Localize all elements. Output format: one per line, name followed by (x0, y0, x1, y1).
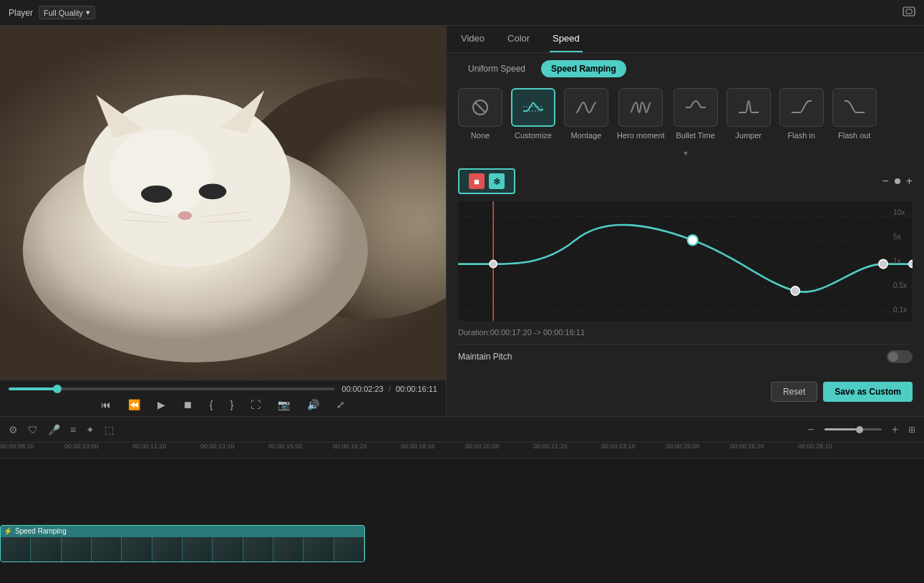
preset-bullet-time-label: Bullet Time (676, 131, 714, 140)
quality-select[interactable]: Full Quality ▾ (39, 6, 95, 19)
preset-customize-icon (511, 88, 555, 127)
track-clip[interactable]: ⚡ Speed Ramping (0, 525, 365, 562)
preset-none-label: None (471, 131, 490, 140)
preset-bullet-time[interactable]: Bullet Time (673, 88, 718, 140)
curve-freeze-button[interactable]: ❄ (489, 173, 505, 189)
layers-icon[interactable]: ≡ (70, 424, 76, 435)
chevron-up-icon: ▾ (684, 148, 688, 158)
progress-bar-container: 00:00:02:23 / 00:00:16:11 (9, 385, 437, 393)
y-label-5x: 5x (893, 233, 907, 241)
y-label-05x: 0.5x (893, 281, 907, 289)
collapse-presets-button[interactable]: ▾ (447, 147, 924, 160)
thumb-12 (334, 537, 364, 562)
ruler-mark-12: 00:00:28:10 (798, 443, 832, 450)
zoom-out-icon[interactable]: − (882, 175, 888, 188)
speed-ramping-tab[interactable]: Speed Ramping (541, 60, 626, 77)
settings-icon[interactable]: ⚙ (9, 424, 18, 435)
frame-icon[interactable]: ⬚ (104, 424, 114, 435)
preset-hero-moment-label: Hero moment (617, 131, 665, 140)
preset-flash-out[interactable]: Flash out (832, 88, 877, 140)
save-custom-button[interactable]: Save as Custom (823, 382, 913, 402)
control-buttons: ⏮ ⏪ ▶ ⏹ { } ⛶ 📷 🔊 ⤢ (9, 398, 437, 412)
maintain-pitch-label: Maintain Pitch (458, 352, 512, 362)
play-button[interactable]: ▶ (155, 398, 168, 412)
timeline-ruler: 00:00:08:10 00:00:10:00 00:00:11:20 00:0… (0, 443, 924, 458)
frame-back-button[interactable]: ⏪ (125, 398, 143, 412)
thumb-8 (213, 537, 243, 562)
zoom-slider-container (825, 428, 882, 430)
preset-flash-out-icon (832, 88, 877, 127)
ruler-marks: 00:00:08:10 00:00:10:00 00:00:11:20 00:0… (0, 443, 924, 458)
thumb-3 (62, 537, 92, 562)
preset-montage[interactable]: Montage (564, 88, 608, 140)
volume-button[interactable]: 🔊 (304, 398, 322, 412)
panels-row: 00:00:02:23 / 00:00:16:11 ⏮ ⏪ ▶ ⏹ { } ⛶ … (0, 26, 924, 416)
mark-in-button[interactable]: { (207, 398, 216, 412)
maintain-pitch-toggle[interactable] (887, 350, 913, 363)
ruler-mark-5: 00:00:16:20 (333, 443, 367, 450)
thumb-5 (122, 537, 152, 562)
curve-box: ■ ❄ (458, 168, 515, 194)
fullscreen-button[interactable]: ⛶ (248, 398, 263, 412)
player-label: Player (9, 8, 33, 18)
thumb-4 (92, 537, 122, 562)
preset-flash-in[interactable]: Flash in (779, 88, 824, 140)
preset-jumper[interactable]: Jumper (726, 88, 771, 140)
grid-view-icon[interactable]: ⊞ (908, 425, 915, 435)
tab-color[interactable]: Color (505, 26, 532, 52)
mark-out-button[interactable]: } (228, 398, 237, 412)
thumb-11 (303, 537, 334, 562)
preset-hero-moment[interactable]: Hero moment (617, 88, 665, 140)
ruler-mark-3: 00:00:13:10 (200, 443, 235, 450)
presets-row: None Customize (447, 85, 924, 147)
tab-video[interactable]: Video (458, 26, 487, 52)
app-container: Player Full Quality ▾ (0, 0, 924, 583)
toggle-knob (888, 352, 898, 362)
speed-graph[interactable]: 10x 5x 1x 0.5x 0.1x (458, 201, 913, 321)
screenshot-icon[interactable] (903, 6, 915, 19)
curve-delete-button[interactable]: ■ (469, 173, 485, 189)
clip-icon: ⚡ (4, 527, 12, 535)
tab-speed[interactable]: Speed (550, 26, 583, 52)
curve-toolbar: ■ ❄ − + (458, 168, 913, 194)
svg-point-31 (688, 235, 698, 246)
zoom-out-timeline-icon[interactable]: − (807, 423, 814, 436)
ruler-mark-11: 00:00:26:20 (730, 443, 764, 450)
svg-point-32 (791, 286, 799, 296)
thumb-2 (31, 537, 61, 562)
preset-customize[interactable]: Customize (511, 88, 555, 140)
right-panel: Video Color Speed Uniform Speed Speed Ra… (447, 26, 924, 416)
duration-info: Duration:00:00:17:20 -> 00:00:16:11 (458, 328, 913, 337)
stop-button[interactable]: ⏹ (180, 398, 195, 412)
zoom-in-icon[interactable]: + (906, 175, 913, 188)
preset-none[interactable]: None (458, 88, 502, 140)
video-preview (0, 26, 446, 380)
preset-none-icon (458, 88, 502, 127)
motion-icon[interactable]: ✦ (86, 424, 94, 435)
preset-hero-moment-icon (618, 88, 663, 127)
bottom-timeline: ⚙ 🛡 🎤 ≡ ✦ ⬚ − + ⊞ 00:00:08:10 00:00:10:0… (0, 416, 924, 580)
timeline-tracks: ⚡ Speed Ramping (0, 458, 924, 571)
current-time: 00:00:02:23 / 00:00:16:11 (342, 385, 437, 393)
uniform-speed-tab[interactable]: Uniform Speed (458, 60, 535, 77)
mic-icon[interactable]: 🎤 (48, 424, 60, 435)
preset-bullet-time-icon (673, 88, 718, 127)
zoom-slider[interactable] (825, 428, 882, 430)
reset-button[interactable]: Reset (771, 382, 817, 402)
graph-labels: 10x 5x 1x 0.5x 0.1x (893, 201, 907, 321)
shield-icon[interactable]: 🛡 (28, 424, 38, 435)
svg-point-33 (879, 259, 887, 269)
thumb-1 (1, 537, 31, 562)
zoom-in-timeline-icon[interactable]: + (892, 423, 898, 436)
preset-jumper-label: Jumper (735, 131, 762, 140)
svg-point-7 (141, 186, 172, 203)
svg-point-6 (109, 130, 213, 216)
svg-point-9 (178, 211, 192, 220)
rewind-button[interactable]: ⏮ (98, 398, 114, 412)
maintain-pitch-row: Maintain Pitch (458, 344, 913, 369)
ruler-mark-7: 00:00:20:00 (465, 443, 500, 450)
snapshot-button[interactable]: 📷 (275, 398, 293, 412)
crop-button[interactable]: ⤢ (334, 398, 348, 412)
video-container (0, 26, 446, 380)
progress-bar[interactable] (9, 387, 335, 390)
